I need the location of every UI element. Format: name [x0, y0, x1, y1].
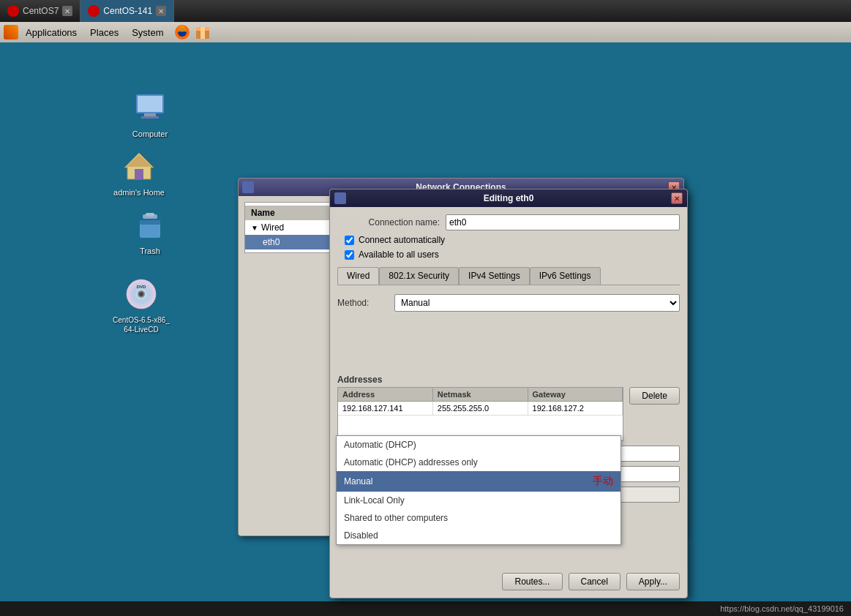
available-users-label: Available to all users — [359, 249, 439, 260]
svg-rect-7 — [144, 113, 156, 116]
tab-802[interactable]: 802.1x Security — [379, 267, 459, 285]
system-label: System — [132, 27, 163, 38]
tab-centos141[interactable]: CentOS-141 ✕ — [80, 0, 174, 22]
places-menu[interactable]: Places — [84, 25, 124, 40]
svg-rect-14 — [140, 220, 160, 225]
net-conn-icon — [242, 181, 254, 193]
svg-marker-12 — [126, 154, 152, 167]
svg-rect-4 — [200, 27, 205, 39]
addr-table-wrapper: Address Netmask Gateway 192.168.127.141 … — [337, 387, 680, 441]
desktop: Computer admin's Home Trash — [0, 42, 851, 601]
available-users-checkbox[interactable] — [345, 250, 354, 260]
svg-rect-11 — [135, 169, 143, 179]
connect-auto-row: Connect automatically — [337, 235, 680, 245]
edit-titlebar: Editing eth0 ✕ — [330, 189, 687, 207]
dropdown-dhcp[interactable]: Automatic (DHCP) — [337, 436, 621, 454]
method-select-container: Automatic (DHCP) Automatic (DHCP) addres… — [394, 294, 680, 312]
svg-rect-16 — [146, 213, 154, 217]
tab-ipv4-label: IPv4 Settings — [468, 271, 520, 281]
connection-name-row: Connection name: — [337, 214, 680, 230]
centos-dvd-label: CentOS-6.5-x86_64-LiveCD — [110, 315, 172, 335]
firefox-icon[interactable] — [173, 23, 191, 41]
trash-icon[interactable]: Trash — [121, 207, 179, 257]
cancel-button[interactable]: Cancel — [569, 573, 621, 590]
edit-dialog-icon — [334, 192, 346, 204]
menubar: Applications Places System — [0, 22, 851, 42]
addr-col-address: Address — [338, 388, 433, 401]
dvd-icon-img: DVD — [124, 277, 159, 312]
dropdown-dhcp-only[interactable]: Automatic (DHCP) addresses only — [337, 454, 621, 471]
tab-centos7-close[interactable]: ✕ — [62, 6, 72, 16]
addr-col-netmask: Netmask — [433, 388, 528, 401]
admin-home-label: admin's Home — [111, 187, 167, 198]
wired-label: Wired — [261, 222, 284, 233]
svg-point-20 — [139, 292, 143, 296]
svg-rect-8 — [141, 116, 159, 119]
dropdown-shared[interactable]: Shared to other computers — [337, 509, 621, 527]
apply-button[interactable]: Apply... — [626, 573, 680, 590]
centos7-tab-icon — [7, 5, 19, 17]
edit-dialog-content: Connection name: Connect automatically A… — [330, 207, 687, 598]
delete-btn-wrap: Delete — [629, 387, 680, 405]
dropdown-disabled[interactable]: Disabled — [337, 527, 621, 544]
applications-icon — [4, 25, 18, 40]
wired-expand-icon: ▼ — [251, 224, 258, 232]
eth0-label: eth0 — [263, 237, 280, 247]
method-select[interactable]: Automatic (DHCP) Automatic (DHCP) addres… — [394, 294, 680, 312]
home-icon-img — [121, 149, 157, 184]
tab-802-label: 802.1x Security — [389, 271, 449, 281]
addr-cell-netmask: 255.255.255.0 — [433, 402, 528, 415]
connect-auto-label: Connect automatically — [359, 235, 445, 245]
taskbar: CentOS7 ✕ CentOS-141 ✕ — [0, 0, 851, 22]
system-menu[interactable]: System — [126, 25, 169, 40]
addr-cell-gateway: 192.168.127.2 — [528, 402, 623, 415]
tab-ipv4[interactable]: IPv4 Settings — [459, 267, 530, 285]
computer-icon[interactable]: Computer — [121, 90, 179, 140]
places-label: Places — [90, 27, 119, 38]
method-label: Method: — [337, 298, 389, 308]
applications-menu[interactable]: Applications — [20, 25, 83, 40]
addr-col-gateway: Gateway — [528, 388, 623, 401]
dropdown-linklocal[interactable]: Link-Local Only — [337, 492, 621, 509]
statusbar-url: https://blog.csdn.net/qq_43199016 — [720, 604, 844, 613]
addresses-label: Addresses — [337, 375, 680, 385]
addresses-section: Addresses Address Netmask Gateway 192.16… — [337, 375, 680, 441]
routes-button[interactable]: Routes... — [502, 573, 562, 590]
package-icon[interactable] — [194, 23, 211, 41]
available-users-row: Available to all users — [337, 249, 680, 260]
tab-ipv6[interactable]: IPv6 Settings — [530, 267, 601, 285]
delete-button[interactable]: Delete — [629, 387, 680, 405]
connection-name-label: Connection name: — [337, 217, 440, 228]
addr-table-header: Address Netmask Gateway — [337, 387, 623, 401]
trash-icon-img — [132, 207, 168, 242]
trash-label: Trash — [138, 245, 162, 257]
edit-dialog-close[interactable]: ✕ — [671, 192, 683, 204]
tab-strip: Wired 802.1x Security IPv4 Settings IPv6… — [337, 267, 680, 285]
svg-rect-6 — [138, 96, 162, 112]
tab-ipv6-label: IPv6 Settings — [539, 271, 591, 281]
connect-auto-checkbox[interactable] — [345, 236, 354, 245]
edit-dialog: Editing eth0 ✕ Connection name: Connect … — [329, 189, 688, 598]
addr-table-inner: Address Netmask Gateway 192.168.127.141 … — [337, 387, 623, 441]
tab-centos7-label: CentOS7 — [23, 6, 59, 16]
addr-cell-ip: 192.168.127.141 — [338, 402, 433, 415]
centos141-tab-icon — [88, 5, 100, 17]
tab-wired[interactable]: Wired — [337, 267, 379, 285]
computer-label: Computer — [130, 128, 170, 140]
addr-row-1: 192.168.127.141 255.255.255.0 192.168.12… — [338, 402, 623, 416]
centos-dvd-icon[interactable]: DVD CentOS-6.5-x86_64-LiveCD — [108, 277, 174, 335]
dropdown-overlay: Automatic (DHCP) Automatic (DHCP) addres… — [336, 435, 621, 545]
tab-centos7[interactable]: CentOS7 ✕ — [0, 0, 80, 22]
svg-text:DVD: DVD — [137, 285, 146, 289]
method-row: Method: Automatic (DHCP) Automatic (DHCP… — [337, 294, 680, 312]
chinese-manual-label: 手动 — [593, 475, 613, 488]
computer-icon-img — [132, 90, 168, 125]
dropdown-manual[interactable]: Manual 手动 — [337, 471, 621, 492]
tab-centos141-label: CentOS-141 — [103, 6, 152, 16]
admin-home-icon[interactable]: admin's Home — [110, 149, 168, 198]
edit-dialog-title: Editing eth0 — [350, 193, 667, 203]
tab-centos141-close[interactable]: ✕ — [156, 6, 166, 16]
connection-name-input[interactable] — [446, 214, 680, 230]
tab-wired-label: Wired — [347, 271, 370, 281]
tab-bar: CentOS7 ✕ CentOS-141 ✕ — [0, 0, 174, 22]
